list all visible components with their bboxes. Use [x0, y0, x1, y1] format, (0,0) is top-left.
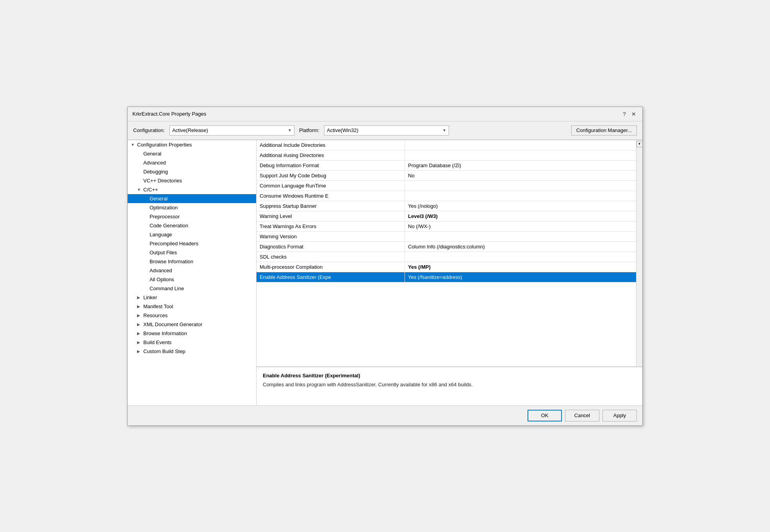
config-label: Configuration: [133, 127, 165, 133]
prop-row-warn-version[interactable]: Warning Version [257, 232, 642, 242]
configuration-select[interactable]: Active(Release) ▼ [169, 125, 294, 136]
prop-value [405, 252, 642, 262]
tree-item-label: Manifest Tool [143, 303, 173, 309]
tree-item-build-events[interactable]: ▶Build Events [128, 338, 256, 347]
tree-item-code-gen[interactable]: Code Generation [128, 221, 256, 230]
expand-icon: ▶ [137, 349, 142, 353]
tree-item-preprocessor[interactable]: Preprocessor [128, 212, 256, 221]
platform-arrow-icon: ▼ [442, 128, 446, 132]
tree-item-label: Advanced [143, 160, 166, 166]
tree-item-general[interactable]: General [128, 149, 256, 158]
tree-item-label: Code Generation [150, 223, 188, 229]
tree-item-cpp-general[interactable]: General [128, 194, 256, 203]
help-button[interactable]: ? [620, 110, 628, 118]
prop-name: Multi-processor Compilation [257, 262, 405, 272]
expand-icon: ▶ [137, 340, 142, 345]
bottom-bar: OK Cancel Apply [128, 405, 642, 425]
prop-value: Level3 (/W3) [405, 211, 642, 221]
main-content: ▼Configuration PropertiesGeneralAdvanced… [128, 140, 642, 405]
tree-item-cpp[interactable]: ▼C/C++ [128, 185, 256, 194]
tree-item-label: Optimization [150, 205, 178, 211]
prop-value: Yes (/nologo) [405, 201, 642, 211]
tree-panel: ▼Configuration PropertiesGeneralAdvanced… [128, 140, 257, 405]
prop-row-just-my-code[interactable]: Support Just My Code DebugNo [257, 171, 642, 181]
platform-value: Active(Win32) [327, 127, 358, 133]
tree-item-config-props[interactable]: ▼Configuration Properties [128, 140, 256, 149]
tree-item-label: Resources [143, 312, 168, 318]
property-panel: Additional Include DirectoriesAdditional… [257, 140, 642, 405]
tree-item-label: Preprocessor [150, 214, 180, 220]
prop-row-add-include[interactable]: Additional Include Directories [257, 140, 642, 150]
tree-item-label: Browse Information [150, 259, 193, 264]
prop-row-asan[interactable]: Enable Address Sanitizer (ExpeYes (/fsan… [257, 272, 642, 282]
tree-item-vc-dirs[interactable]: VC++ Directories [128, 176, 256, 185]
tree-item-label: Browse Information [143, 330, 187, 336]
tree-item-advanced[interactable]: Advanced [128, 158, 256, 167]
tree-item-linker[interactable]: ▶Linker [128, 293, 256, 302]
prop-value: No [405, 171, 642, 180]
property-pages-dialog: KrkrExtract.Core Property Pages ? ✕ Conf… [127, 107, 643, 426]
tree-item-label: Linker [143, 295, 157, 300]
tree-item-label: Custom Build Step [143, 348, 185, 354]
prop-row-suppress-banner[interactable]: Suppress Startup BannerYes (/nologo) [257, 201, 642, 211]
prop-name: Diagnostics Format [257, 242, 405, 252]
prop-row-treat-warn[interactable]: Treat Warnings As ErrorsNo (/WX-) [257, 221, 642, 232]
prop-row-common-lang[interactable]: Common Language RunTime [257, 181, 642, 191]
prop-row-multi-proc[interactable]: Multi-processor CompilationYes (/MP) [257, 262, 642, 272]
prop-name: SDL checks [257, 252, 405, 262]
prop-name: Additional Include Directories [257, 140, 405, 150]
close-button[interactable]: ✕ [630, 110, 638, 118]
tree-item-manifest-tool[interactable]: ▶Manifest Tool [128, 302, 256, 311]
prop-row-warn-level[interactable]: Warning LevelLevel3 (/W3) [257, 211, 642, 221]
prop-name: Suppress Startup Banner [257, 201, 405, 211]
prop-row-add-using[interactable]: Additional #using Directories [257, 150, 642, 161]
ok-button[interactable]: OK [528, 410, 562, 421]
prop-value: Program Database (/Zi) [405, 161, 642, 170]
prop-value: Column Info (/diagnostics:column) [405, 242, 642, 252]
expand-icon: ▶ [137, 313, 142, 318]
prop-row-consume-win[interactable]: Consume Windows Runtime E [257, 191, 642, 201]
prop-row-debug-info[interactable]: Debug Information FormatProgram Database… [257, 161, 642, 171]
config-manager-button[interactable]: Configuration Manager... [571, 125, 637, 136]
prop-rows-container: Additional Include DirectoriesAdditional… [257, 140, 642, 282]
prop-name: Debug Information Format [257, 161, 405, 170]
expand-icon: ▼ [131, 143, 135, 147]
desc-title: Enable Address Sanitizer (Experimental) [263, 373, 636, 378]
description-panel: Enable Address Sanitizer (Experimental) … [257, 366, 642, 405]
property-grid: Additional Include DirectoriesAdditional… [257, 140, 642, 366]
prop-row-sdl-checks[interactable]: SDL checks [257, 252, 642, 262]
tree-item-advanced2[interactable]: Advanced [128, 266, 256, 275]
grid-scrollbar[interactable]: ▼ [636, 140, 642, 366]
tree-item-xml-doc[interactable]: ▶XML Document Generator [128, 320, 256, 329]
expand-icon: ▶ [137, 322, 142, 327]
platform-select[interactable]: Active(Win32) ▼ [324, 125, 449, 136]
expand-icon: ▶ [137, 295, 142, 300]
prop-value [405, 150, 642, 160]
config-value: Active(Release) [172, 127, 208, 133]
expand-icon: ▼ [137, 187, 142, 192]
config-arrow-icon: ▼ [288, 128, 292, 132]
prop-name: Warning Version [257, 232, 405, 241]
prop-value [405, 232, 642, 241]
cancel-button[interactable]: Cancel [565, 410, 599, 421]
tree-item-custom-build[interactable]: ▶Custom Build Step [128, 347, 256, 356]
prop-row-diag-format[interactable]: Diagnostics FormatColumn Info (/diagnost… [257, 242, 642, 252]
tree-item-all-options[interactable]: All Options [128, 275, 256, 284]
prop-value [405, 140, 642, 150]
prop-name: Enable Address Sanitizer (Expe [257, 272, 405, 282]
tree-item-browse-info2[interactable]: ▶Browse Information [128, 329, 256, 338]
apply-button[interactable]: Apply [602, 410, 637, 421]
tree-item-browse-info[interactable]: Browse Information [128, 257, 256, 266]
tree-item-debugging[interactable]: Debugging [128, 167, 256, 176]
tree-item-precompiled[interactable]: Precompiled Headers [128, 239, 256, 248]
title-bar-controls: ? ✕ [620, 110, 638, 118]
tree-item-language[interactable]: Language [128, 230, 256, 239]
scroll-down-btn[interactable]: ▼ [636, 141, 643, 147]
tree-item-optimization[interactable]: Optimization [128, 203, 256, 212]
tree-item-resources[interactable]: ▶Resources [128, 311, 256, 320]
tree-item-label: Debugging [143, 169, 168, 175]
title-bar: KrkrExtract.Core Property Pages ? ✕ [128, 107, 642, 121]
tree-item-cmd-line[interactable]: Command Line [128, 284, 256, 293]
prop-name: Consume Windows Runtime E [257, 191, 405, 201]
tree-item-output-files[interactable]: Output Files [128, 248, 256, 257]
